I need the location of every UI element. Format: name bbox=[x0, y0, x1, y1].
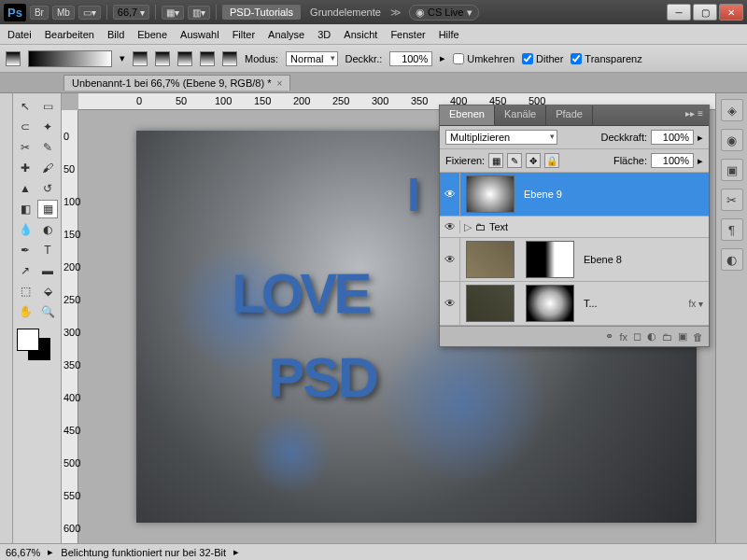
color-dock-icon[interactable]: ◉ bbox=[721, 129, 743, 151]
color-swatches[interactable] bbox=[15, 329, 58, 362]
bridge-button[interactable]: Br bbox=[30, 6, 49, 20]
workspace-sub[interactable]: Grundelemente bbox=[304, 5, 387, 20]
layer-name[interactable]: Ebene 8 bbox=[580, 254, 709, 265]
visibility-icon[interactable]: 👁 bbox=[440, 238, 460, 281]
visibility-icon[interactable]: 👁 bbox=[440, 173, 460, 216]
tab-ebenen[interactable]: Ebenen bbox=[440, 105, 495, 125]
layer-thumbnail[interactable] bbox=[466, 241, 514, 278]
zoom-tool[interactable]: 🔍 bbox=[37, 302, 58, 321]
menu-3d[interactable]: 3D bbox=[317, 29, 331, 40]
shape-tool[interactable]: ▬ bbox=[37, 261, 58, 280]
close-button[interactable]: ✕ bbox=[719, 4, 743, 21]
maximize-button[interactable]: ▢ bbox=[693, 4, 717, 21]
arrange-docs-button[interactable]: ▥▾ bbox=[188, 6, 210, 20]
chevron-right-icon[interactable]: ≫ bbox=[390, 7, 402, 19]
layer-name[interactable]: T... bbox=[580, 298, 688, 309]
layer-blend-select[interactable]: Multiplizieren bbox=[445, 130, 557, 145]
blur-tool[interactable]: 💧 bbox=[15, 220, 35, 239]
wand-tool[interactable]: ✦ bbox=[37, 118, 58, 136]
link-layers-icon[interactable]: ⚭ bbox=[605, 330, 613, 343]
gradient-type-angle[interactable] bbox=[177, 51, 192, 66]
opacity-input[interactable]: 100% bbox=[389, 51, 432, 66]
brush-tool[interactable]: 🖌 bbox=[37, 159, 58, 177]
gradient-preview[interactable] bbox=[28, 50, 112, 67]
expand-icon[interactable]: ▷ bbox=[464, 221, 472, 233]
swatches-dock-icon[interactable]: ◐ bbox=[721, 248, 743, 271]
layer-thumbnail[interactable] bbox=[466, 285, 514, 322]
layer-item[interactable]: 👁 T... fx ▾ bbox=[440, 282, 709, 326]
layer-mask-thumbnail[interactable] bbox=[526, 241, 574, 278]
gradient-type-linear[interactable] bbox=[133, 51, 148, 66]
marquee-tool[interactable]: ▭ bbox=[37, 97, 58, 116]
new-layer-icon[interactable]: ▣ bbox=[678, 330, 687, 343]
history-brush-tool[interactable]: ↺ bbox=[37, 179, 58, 198]
transparency-checkbox[interactable]: Transparenz bbox=[571, 53, 641, 64]
type-tool[interactable]: T bbox=[37, 241, 58, 259]
cslive-button[interactable]: ◉ CS Live ▾ bbox=[409, 5, 479, 21]
styles-dock-icon[interactable]: ▣ bbox=[721, 159, 743, 181]
gradient-type-diamond[interactable] bbox=[222, 51, 237, 66]
visibility-icon[interactable]: 👁 bbox=[440, 220, 460, 233]
new-group-icon[interactable]: 🗀 bbox=[662, 331, 672, 343]
close-tab-icon[interactable]: × bbox=[276, 78, 282, 89]
view-extras-button[interactable]: ▦▾ bbox=[162, 6, 184, 20]
gradient-type-reflected[interactable] bbox=[200, 51, 215, 66]
visibility-icon[interactable]: 👁 bbox=[440, 282, 460, 325]
menu-datei[interactable]: Datei bbox=[7, 29, 32, 40]
crop-tool[interactable]: ✂ bbox=[15, 138, 35, 157]
menu-ebene[interactable]: Ebene bbox=[137, 29, 167, 40]
minimize-button[interactable]: ─ bbox=[667, 4, 691, 21]
hand-tool[interactable]: ✋ bbox=[15, 302, 35, 321]
tab-kanale[interactable]: Kanäle bbox=[495, 105, 546, 125]
layer-thumbnail[interactable] bbox=[466, 175, 514, 213]
menu-auswahl[interactable]: Auswahl bbox=[180, 29, 219, 40]
lock-position-icon[interactable]: ✥ bbox=[526, 153, 541, 168]
heal-tool[interactable]: ✚ bbox=[15, 159, 35, 177]
status-zoom[interactable]: 66,67% bbox=[6, 547, 40, 558]
layer-name[interactable]: Ebene 9 bbox=[520, 189, 709, 200]
foreground-color[interactable] bbox=[17, 329, 39, 351]
layer-style-icon[interactable]: fx bbox=[619, 331, 627, 343]
eyedropper-tool[interactable]: ✎ bbox=[37, 138, 58, 157]
menu-hilfe[interactable]: Hilfe bbox=[439, 29, 459, 40]
lasso-tool[interactable]: ⊂ bbox=[15, 118, 35, 136]
3d-camera-tool[interactable]: ⬙ bbox=[37, 282, 58, 301]
layer-group[interactable]: 👁 ▷ 🗀 Text bbox=[440, 217, 709, 238]
layer-mask-icon[interactable]: ◻ bbox=[633, 330, 641, 343]
document-tab[interactable]: Unbenannt-1 bei 66,7% (Ebene 9, RGB/8) *… bbox=[63, 75, 290, 91]
reverse-checkbox[interactable]: Umkehren bbox=[453, 53, 514, 64]
adjustments-dock-icon[interactable]: ✂ bbox=[721, 189, 743, 211]
history-dock-icon[interactable]: ¶ bbox=[721, 218, 743, 241]
blend-mode-select[interactable]: Normal bbox=[286, 51, 337, 66]
menu-bearbeiten[interactable]: Bearbeiten bbox=[45, 29, 94, 40]
group-name[interactable]: Text bbox=[486, 221, 709, 232]
stamp-tool[interactable]: ▲ bbox=[15, 179, 35, 198]
delete-layer-icon[interactable]: 🗑 bbox=[693, 331, 703, 343]
3d-tool[interactable]: ⬚ bbox=[15, 282, 35, 301]
gradient-type-radial[interactable] bbox=[155, 51, 170, 66]
menu-ansicht[interactable]: Ansicht bbox=[344, 29, 377, 40]
minibridge-button[interactable]: Mb bbox=[52, 6, 75, 20]
menu-analyse[interactable]: Analyse bbox=[268, 29, 304, 40]
path-tool[interactable]: ↗ bbox=[15, 261, 35, 280]
dodge-tool[interactable]: ◐ bbox=[37, 220, 58, 239]
eraser-tool[interactable]: ◧ bbox=[15, 200, 35, 218]
fill-input[interactable]: 100% bbox=[651, 153, 694, 168]
menu-filter[interactable]: Filter bbox=[233, 29, 255, 40]
layers-dock-icon[interactable]: ◈ bbox=[721, 99, 743, 121]
adjustment-layer-icon[interactable]: ◐ bbox=[647, 330, 656, 343]
layer-item[interactable]: 👁 Ebene 8 bbox=[440, 238, 709, 282]
workspace-main[interactable]: PSD-Tutorials bbox=[222, 5, 301, 20]
panel-menu-icon[interactable]: ▸▸ ≡ bbox=[680, 105, 709, 125]
pen-tool[interactable]: ✒ bbox=[15, 241, 35, 259]
menu-bild[interactable]: Bild bbox=[107, 29, 124, 40]
layer-opacity-input[interactable]: 100% bbox=[651, 130, 694, 145]
gradient-tool-icon[interactable] bbox=[6, 51, 21, 66]
gradient-tool[interactable]: ▦ bbox=[37, 200, 58, 218]
dither-checkbox[interactable]: Dither bbox=[522, 53, 563, 64]
lock-transparent-icon[interactable]: ▦ bbox=[488, 153, 503, 168]
screen-mode-button[interactable]: ▭▾ bbox=[78, 6, 101, 20]
tab-pfade[interactable]: Pfade bbox=[546, 105, 593, 125]
menu-fenster[interactable]: Fenster bbox=[390, 29, 425, 40]
layer-mask-thumbnail[interactable] bbox=[526, 285, 574, 322]
